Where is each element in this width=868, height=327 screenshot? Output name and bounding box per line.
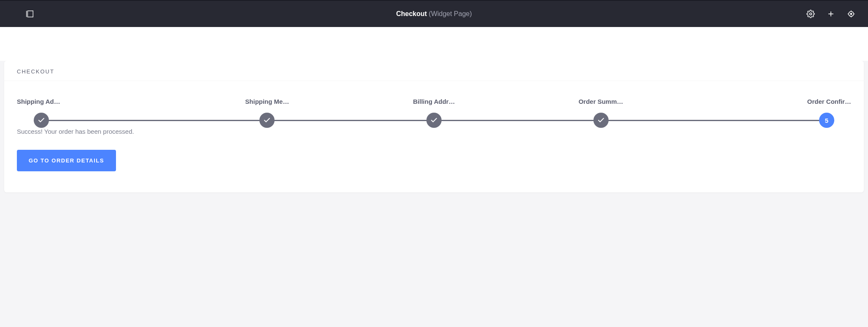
topbar-left: [25, 9, 35, 19]
stepper: Shipping Ad… Shipping Me…: [17, 98, 851, 128]
step-shipping-method[interactable]: Shipping Me…: [184, 98, 351, 128]
checkout-card: CHECKOUT Shipping Ad…: [4, 61, 864, 192]
step-order-confirmation[interactable]: Order Confir… 5: [684, 98, 851, 128]
card-header-title: CHECKOUT: [17, 68, 851, 75]
step-label: Order Confir…: [807, 98, 851, 105]
top-bar: Checkout (Widget Page): [0, 0, 868, 27]
page-title-main: Checkout: [396, 10, 427, 17]
step-number: 5: [819, 113, 834, 128]
checkmark-icon: [426, 113, 442, 128]
success-message: Success! Your order has been processed.: [17, 128, 851, 135]
step-label: Order Summ…: [579, 98, 623, 105]
card-body: Shipping Ad… Shipping Me…: [4, 81, 864, 192]
step-label: Billing Addr…: [413, 98, 455, 105]
step-shipping-address[interactable]: Shipping Ad…: [17, 98, 184, 128]
step-order-summary[interactable]: Order Summ…: [518, 98, 685, 128]
plus-icon[interactable]: [827, 10, 835, 18]
whitespace-bar: [0, 27, 868, 61]
svg-rect-1: [28, 11, 33, 17]
checkmark-icon: [593, 113, 609, 128]
page-container: CHECKOUT Shipping Ad…: [0, 61, 868, 201]
topbar-right: [806, 10, 855, 18]
checkmark-icon: [259, 113, 275, 128]
page-title: Checkout (Widget Page): [8, 10, 860, 18]
step-label: Shipping Ad…: [17, 98, 60, 105]
svg-point-2: [810, 13, 812, 15]
go-to-order-details-button[interactable]: GO TO ORDER DETAILS: [17, 150, 116, 171]
svg-point-6: [850, 13, 852, 14]
card-header: CHECKOUT: [4, 61, 864, 81]
gear-icon[interactable]: [806, 10, 815, 18]
sidebar-toggle-icon[interactable]: [25, 9, 35, 19]
target-icon[interactable]: [847, 10, 855, 18]
checkmark-icon: [34, 113, 49, 128]
step-label: Shipping Me…: [245, 98, 289, 105]
step-billing-address[interactable]: Billing Addr…: [350, 98, 518, 128]
page-title-sub: (Widget Page): [429, 10, 472, 17]
